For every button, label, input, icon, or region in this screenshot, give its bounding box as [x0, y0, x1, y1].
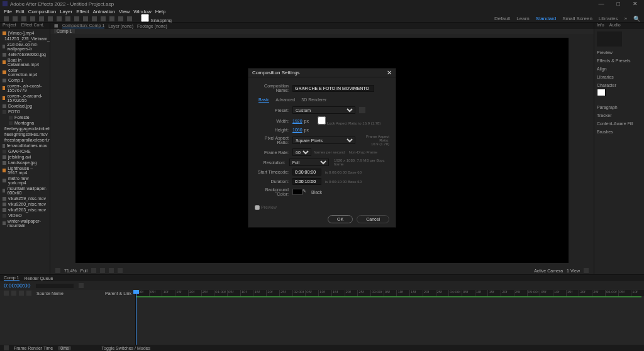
dialog-title: Composition Settings: [252, 70, 300, 75]
preset-label: Preset:: [255, 108, 292, 113]
res-dropdown[interactable]: Full: [289, 159, 329, 166]
bg-label: Background Color:: [255, 187, 292, 196]
comp-name-input[interactable]: [292, 85, 374, 92]
preset-save-icon[interactable]: [359, 107, 365, 113]
par-label: Pixel Aspect Ratio:: [255, 136, 292, 145]
dialog-tab-advanced[interactable]: Advanced: [275, 98, 295, 103]
start-timecode-input[interactable]: [292, 169, 321, 176]
bg-color-name: Black: [311, 190, 322, 194]
dialog-tab-3d-renderer[interactable]: 3D Renderer: [301, 98, 326, 103]
ok-button[interactable]: OK: [328, 215, 353, 223]
start-hint: is 0:00:00:00 Base 60: [325, 170, 362, 174]
width-input[interactable]: 1920: [292, 119, 303, 123]
composition-settings-dialog: Composition Settings ✕ Composition Name:…: [248, 68, 396, 228]
preview-checkbox: [255, 205, 260, 210]
eyedropper-icon[interactable]: ✎: [303, 189, 309, 195]
height-unit: px: [304, 128, 309, 132]
comp-name-label: Composition Name:: [255, 84, 292, 92]
fr-unit: frames per second: [314, 150, 345, 154]
width-unit: px: [304, 119, 309, 123]
far-label: Frame Aspect Ratio:: [366, 135, 389, 142]
par-dropdown[interactable]: Square Pixels: [292, 136, 355, 144]
dialog-tab-basic[interactable]: Basic: [258, 98, 269, 103]
dur-label: Duration:: [255, 179, 292, 184]
height-input[interactable]: 1080: [292, 128, 303, 132]
far-value: 16:9 (1.78): [371, 142, 389, 146]
duration-input[interactable]: [292, 178, 321, 185]
res-label: Resolution:: [255, 160, 289, 165]
bg-color-swatch[interactable]: [292, 189, 303, 195]
dialog-close-button[interactable]: ✕: [387, 69, 392, 76]
dialog-overlay: Composition Settings ✕ Composition Name:…: [0, 0, 644, 351]
res-hint: 1920 x 1080, 7.9 MB per 8bpc frame: [334, 159, 389, 166]
lock-aspect-checkbox[interactable]: [318, 116, 326, 125]
height-label: Height:: [255, 128, 292, 132]
width-label: Width:: [255, 119, 292, 123]
preset-dropdown[interactable]: Custom: [292, 106, 355, 114]
preview-label: Preview: [261, 205, 277, 209]
start-label: Start Timecode:: [255, 170, 292, 174]
dur-hint: is 0:00:10:00 Base 60: [325, 180, 362, 184]
fr-drop: Non-Drop Frame: [349, 150, 377, 154]
lock-aspect-label: Lock Aspect Ratio to 16:9 (1.78): [327, 121, 380, 125]
fr-label: Frame Rate:: [255, 150, 292, 155]
cancel-button[interactable]: Cancel: [357, 215, 389, 223]
fr-dropdown[interactable]: 60: [292, 148, 311, 156]
